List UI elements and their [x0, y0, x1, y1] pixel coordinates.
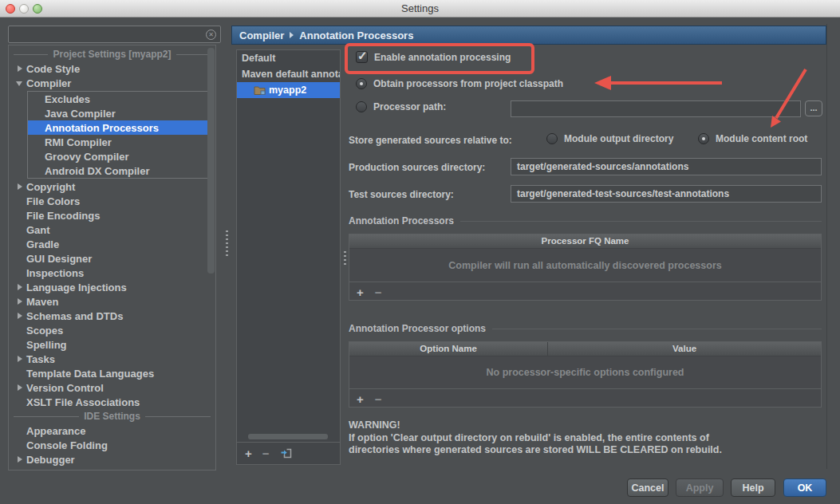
browse-processor-path-button[interactable]: ... [805, 100, 822, 116]
options-remove-button[interactable]: − [375, 393, 382, 405]
profile-add-button[interactable]: + [245, 447, 252, 459]
enable-annotation-processing-row[interactable]: Enable annotation processing [356, 51, 511, 63]
expand-arrow-icon[interactable] [14, 309, 26, 323]
expand-arrow-icon[interactable] [14, 294, 26, 309]
tree-item[interactable]: Scopes [9, 323, 215, 337]
profile-item[interactable]: myapp2 [237, 82, 340, 98]
breadcrumb-compiler[interactable]: Compiler [239, 30, 284, 41]
divider [492, 329, 822, 329]
apply-button[interactable]: Apply [676, 478, 724, 497]
module-content-root-radio[interactable] [698, 133, 709, 144]
tree-item[interactable]: Annotation Processors [28, 120, 211, 135]
help-button[interactable]: Help [731, 478, 775, 497]
tree-item[interactable]: Copyright [9, 179, 215, 194]
cancel-button[interactable]: Cancel [627, 478, 668, 497]
tree-item[interactable]: Inspections [9, 266, 215, 280]
module-output-directory-row[interactable]: Module output directory [546, 133, 673, 144]
processor-path-field[interactable] [511, 100, 801, 117]
tree-item[interactable]: Java Compiler [28, 106, 211, 120]
tree-item[interactable]: Debugger [9, 452, 215, 467]
search-input[interactable] [12, 27, 203, 43]
tree-item[interactable]: Editor [9, 467, 215, 471]
tree-item-label: Schemas and DTDs [26, 310, 123, 322]
tree-item[interactable]: Code Style [9, 61, 215, 76]
tree-item[interactable]: Groovy Compiler [28, 149, 211, 163]
arrow-spacer [14, 251, 26, 266]
tree-item[interactable]: XSLT File Associations [9, 395, 215, 409]
tree-item[interactable]: Schemas and DTDs [9, 309, 215, 323]
titlebar: Settings [0, 0, 840, 18]
tree-item[interactable]: RMI Compiler [28, 135, 211, 149]
tree-item[interactable]: Tasks [9, 352, 215, 366]
tree-item[interactable]: File Encodings [9, 208, 215, 222]
profile-item[interactable]: Maven default annota [237, 66, 340, 82]
arrow-spacer [14, 438, 26, 452]
option-name-column[interactable]: Option Name [349, 342, 548, 356]
expand-arrow-icon[interactable] [14, 352, 26, 366]
tree-item[interactable]: Excludes [28, 92, 211, 106]
profiles-list[interactable]: DefaultMaven default annotamyapp2 [237, 50, 340, 98]
module-output-directory-radio[interactable] [546, 133, 558, 144]
tree-item-label: Code Style [26, 63, 80, 75]
profile-item[interactable]: Default [237, 50, 340, 66]
tree-item[interactable]: GUI Designer [9, 251, 215, 266]
obtain-from-classpath-row[interactable]: Obtain processors from project classpath [356, 78, 563, 89]
tree-item[interactable]: Version Control [9, 380, 215, 395]
zoom-window-icon[interactable] [33, 4, 42, 14]
expand-arrow-icon[interactable] [14, 452, 26, 467]
processors-add-button[interactable]: + [357, 286, 364, 298]
profile-import-icon[interactable] [280, 447, 293, 459]
ok-button[interactable]: OK [783, 478, 826, 497]
options-add-button[interactable]: + [357, 393, 364, 405]
clear-search-icon[interactable] [206, 30, 216, 40]
settings-tree[interactable]: Project Settings [myapp2]Code StyleCompi… [8, 45, 216, 471]
profiles-resize-grip-icon[interactable] [344, 251, 346, 267]
tree-item[interactable]: Console Folding [9, 438, 215, 452]
tree-item[interactable]: Spelling [9, 337, 215, 352]
test-sources-label: Test sources directory: [349, 189, 454, 200]
production-sources-field[interactable]: target/generated-sources/annotations [511, 158, 822, 175]
options-table: Option Name Value No processor-specific … [349, 341, 822, 408]
test-sources-field[interactable]: target/generated-test-sources/test-annot… [511, 185, 822, 203]
profile-label: myapp2 [269, 85, 306, 96]
tree-item[interactable]: Language Injections [9, 280, 215, 294]
processor-path-radio[interactable] [356, 101, 367, 112]
tree-item[interactable]: Compiler [9, 76, 215, 90]
sidebar-resize-grip-icon[interactable] [226, 230, 228, 256]
enable-annotation-processing-checkbox[interactable] [356, 51, 368, 63]
value-column[interactable]: Value [548, 342, 821, 356]
module-content-root-row[interactable]: Module content root [698, 133, 807, 144]
tree-item-label: Tasks [26, 353, 55, 365]
processors-remove-button[interactable]: − [375, 286, 382, 298]
processor-fq-name-column[interactable]: Processor FQ Name [349, 234, 821, 248]
options-table-header[interactable]: Option Name Value [349, 342, 821, 356]
tree-item[interactable]: Android DX Compiler [28, 163, 211, 178]
expand-arrow-icon[interactable] [14, 179, 26, 194]
arrow-spacer [14, 266, 26, 280]
module-output-directory-label: Module output directory [564, 133, 673, 144]
tree-item-label: Scopes [26, 325, 63, 337]
tree-scrollbar-thumb[interactable] [207, 48, 215, 274]
tree-item[interactable]: File Colors [9, 194, 215, 208]
expand-arrow-icon[interactable] [14, 380, 26, 395]
production-sources-label: Production sources directory: [349, 162, 485, 173]
expand-arrow-icon[interactable] [14, 280, 26, 294]
tree-item[interactable]: Gradle [9, 237, 215, 251]
tree-item[interactable]: Appearance [9, 423, 215, 438]
processors-table-header[interactable]: Processor FQ Name [349, 234, 821, 249]
collapse-arrow-icon[interactable] [14, 76, 26, 90]
obtain-from-classpath-radio[interactable] [356, 78, 367, 89]
profiles-hscroll-thumb[interactable] [248, 434, 328, 439]
warning-title: WARNING! [349, 419, 722, 432]
tree-item[interactable]: Template Data Languages [9, 366, 215, 380]
processor-path-row[interactable]: Processor path: [356, 101, 446, 112]
minimize-window-icon[interactable] [19, 4, 29, 14]
settings-search-box[interactable] [8, 26, 221, 43]
expand-arrow-icon[interactable] [14, 467, 26, 471]
expand-arrow-icon[interactable] [14, 61, 26, 76]
profile-remove-button[interactable]: − [262, 447, 270, 459]
options-toolbar: + − [349, 388, 821, 408]
tree-item[interactable]: Gant [9, 222, 215, 237]
close-window-icon[interactable] [6, 4, 15, 14]
tree-item[interactable]: Maven [9, 294, 215, 309]
